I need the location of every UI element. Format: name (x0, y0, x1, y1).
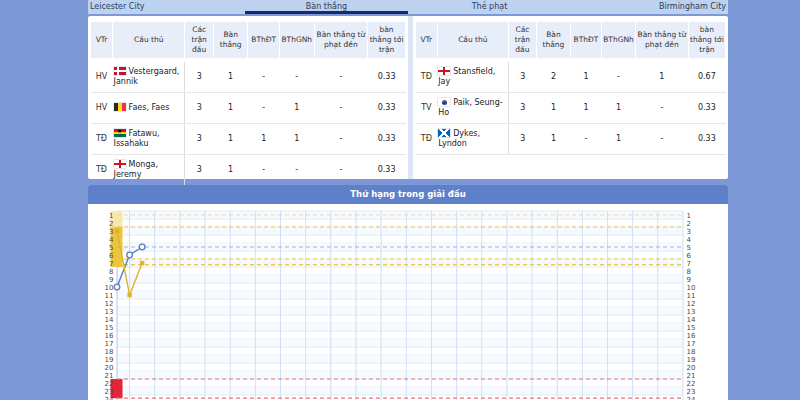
svg-text:21: 21 (687, 372, 696, 380)
position-cell: TĐ (416, 60, 438, 93)
player-row: HVVestergaard, Jannik31---0.33 (91, 60, 406, 93)
column-header: BThGNh (279, 22, 314, 61)
svg-text:19: 19 (105, 356, 114, 364)
position-cell: TV (416, 93, 438, 124)
svg-text:10: 10 (105, 284, 114, 292)
svg-text:19: 19 (687, 356, 696, 364)
stat-cell: 1 (213, 93, 248, 124)
svg-text:22: 22 (687, 380, 696, 388)
column-header: Bàn thắng (536, 22, 570, 61)
stats-table-left: VTrCầu thủCác trận đấuBàn thắngBThĐTBThG… (90, 21, 406, 186)
player-row: TĐDykes, Lyndon31-1-0.33 (416, 124, 726, 155)
tab-cards[interactable]: Thẻ phạt (408, 0, 571, 14)
stat-cell: 3 (185, 60, 213, 93)
tab-goals[interactable]: Bàn thắng (245, 0, 408, 14)
stat-cell: 1 (570, 60, 601, 93)
stat-cell: - (570, 124, 601, 155)
stat-cell: - (314, 93, 368, 124)
stat-cell: - (314, 155, 368, 186)
column-header: bàn thắng tới trận (368, 22, 406, 61)
stat-cell: - (314, 60, 368, 93)
column-header: Các trận đấu (508, 22, 536, 61)
svg-text:16: 16 (105, 332, 114, 340)
svg-text:15: 15 (105, 324, 114, 332)
team-tab-right[interactable]: Birmingham City (571, 0, 728, 14)
team-stats-tab-bar: Leicester City Bàn thắng Thẻ phạt Birmin… (88, 0, 728, 14)
svg-text:14: 14 (687, 316, 696, 324)
svg-text:1: 1 (109, 212, 113, 220)
svg-text:4: 4 (687, 236, 692, 244)
svg-text:6: 6 (687, 252, 692, 260)
svg-text:2: 2 (109, 220, 113, 228)
svg-text:17: 17 (687, 340, 696, 348)
svg-text:18: 18 (105, 348, 114, 356)
stat-cell: - (314, 124, 368, 155)
position-cell: HV (91, 60, 113, 93)
flag-sct-icon (438, 129, 450, 137)
player-name-cell: Dykes, Lyndon (437, 124, 508, 155)
svg-text:9: 9 (109, 276, 113, 284)
column-header: VTr (91, 22, 113, 61)
svg-text:15: 15 (687, 324, 696, 332)
stat-cell: 0.33 (368, 60, 406, 93)
svg-text:20: 20 (687, 364, 696, 372)
column-header: BThGNh (601, 22, 635, 61)
stat-cell: - (248, 93, 280, 124)
stat-cell: 3 (185, 124, 213, 155)
column-header: BThĐT (248, 22, 280, 61)
svg-text:7: 7 (687, 260, 691, 268)
svg-text:17: 17 (105, 340, 114, 348)
stat-cell: 1 (536, 93, 570, 124)
column-header: VTr (416, 22, 438, 61)
svg-text:11: 11 (105, 292, 114, 300)
column-header: Cầu thủ (437, 22, 508, 61)
column-header: Bàn thắng từ phạt đền (314, 22, 368, 61)
player-row: TĐMonga, Jeremy31---0.33 (91, 155, 406, 186)
position-cell: TĐ (416, 124, 438, 155)
player-name-cell: Monga, Jeremy (113, 155, 185, 186)
stat-cell: 1 (279, 124, 314, 155)
player-name-cell: Stansfield, Jay (437, 60, 508, 93)
stat-cell: 1 (213, 124, 248, 155)
svg-text:12: 12 (105, 300, 114, 308)
stat-cell: 1 (601, 93, 635, 124)
stat-cell: 1 (279, 93, 314, 124)
column-header: Các trận đấu (185, 22, 213, 61)
svg-text:6: 6 (109, 252, 114, 260)
ranking-chart-panel: Thứ hạng trong giải đấu 1122334455667788… (88, 185, 728, 400)
player-name-cell: Vestergaard, Jannik (113, 60, 185, 93)
svg-text:1: 1 (687, 212, 691, 220)
flag-be-icon (114, 103, 126, 111)
stat-cell: 3 (508, 60, 536, 93)
stat-cell: 0.67 (688, 60, 725, 93)
stat-cell: - (248, 60, 280, 93)
stat-cell: 0.33 (368, 124, 406, 155)
player-row: HVFaes, Faes31-1-0.33 (91, 93, 406, 124)
player-row: TĐStansfield, Jay321-10.67 (416, 60, 726, 93)
column-header: Cầu thủ (113, 22, 185, 61)
svg-text:10: 10 (687, 284, 696, 292)
team-tab-left[interactable]: Leicester City (88, 0, 245, 14)
svg-text:11: 11 (687, 292, 696, 300)
svg-text:16: 16 (687, 332, 696, 340)
stat-cell: 1 (213, 60, 248, 93)
player-stats-panel: VTrCầu thủCác trận đấuBàn thắngBThĐTBThG… (88, 16, 728, 179)
stat-cell: 1 (536, 124, 570, 155)
ranking-chart-svg: 1122334455667788991010111112121313141415… (88, 204, 728, 400)
svg-text:24: 24 (687, 396, 696, 400)
stat-cell: 3 (185, 93, 213, 124)
svg-text:23: 23 (687, 388, 696, 396)
position-cell: TĐ (91, 124, 113, 155)
svg-text:7: 7 (109, 260, 113, 268)
stat-cell: - (279, 155, 314, 186)
svg-text:13: 13 (687, 308, 696, 316)
stat-cell: - (601, 60, 635, 93)
player-name: Faes, Faes (129, 103, 170, 112)
stat-cell: 1 (601, 124, 635, 155)
stat-cell: 1 (570, 93, 601, 124)
stats-table-left-container: VTrCầu thủCác trận đấuBàn thắngBThĐTBThG… (88, 16, 408, 179)
flag-gh-icon (114, 129, 126, 137)
flag-dk-icon (114, 67, 126, 75)
stat-cell: 0.33 (368, 155, 406, 186)
stat-cell: - (248, 155, 280, 186)
